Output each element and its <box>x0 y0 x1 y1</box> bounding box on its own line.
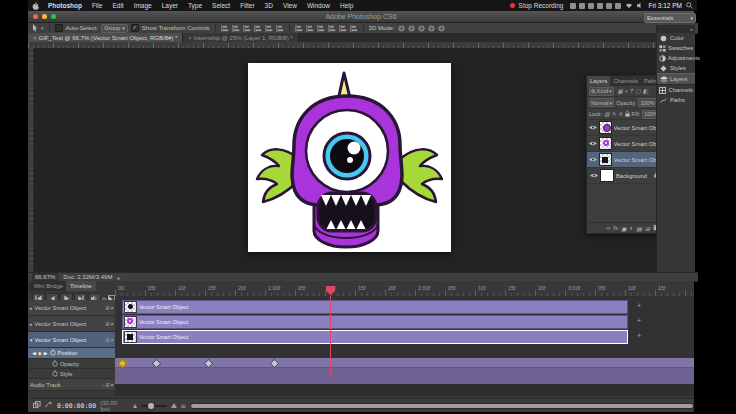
layer-mask-icon[interactable]: ▣ <box>621 225 627 232</box>
volume-icon[interactable] <box>637 2 644 9</box>
layer-row[interactable]: Vector Smart Object <box>587 152 661 168</box>
layer-visibility-eye-icon[interactable] <box>589 173 598 178</box>
filter-adjustment-icon[interactable]: ◐ <box>625 88 628 94</box>
add-media-icon[interactable]: ⊞ <box>105 305 110 311</box>
3d-rotate-icon[interactable] <box>398 25 405 32</box>
menu-view[interactable]: View <box>278 2 302 9</box>
disclosure-triangle-icon[interactable]: ▸ <box>30 321 33 327</box>
distribute-left-icon[interactable] <box>328 25 336 32</box>
blend-mode-dropdown[interactable]: Normal▾ <box>589 98 614 107</box>
wifi-icon[interactable] <box>625 2 633 9</box>
tab-channels[interactable]: Channels <box>610 76 641 86</box>
menu-edit[interactable]: Edit <box>107 2 128 9</box>
layer-thumbnail[interactable] <box>600 169 614 182</box>
tool-preset-chevron-icon[interactable]: ▾ <box>41 25 44 31</box>
add-to-track-icon[interactable]: + <box>634 317 644 324</box>
distribute-center-h-icon[interactable] <box>339 25 347 32</box>
apple-icon[interactable] <box>28 2 43 10</box>
close-icon[interactable]: × <box>188 35 192 41</box>
align-bottom-icon[interactable] <box>276 25 284 32</box>
menubar-status-icon[interactable] <box>588 3 594 9</box>
menu-help[interactable]: Help <box>335 2 358 9</box>
status-flyout-icon[interactable]: ▸ <box>117 274 120 281</box>
timeline-track-area[interactable]: Vector Smart Object+Vector Smart Object+… <box>115 296 694 397</box>
auto-select-dropdown[interactable]: Group▾ <box>101 24 128 33</box>
tab-layers[interactable]: Layers <box>587 76 610 86</box>
menu-layer[interactable]: Layer <box>157 2 183 9</box>
close-icon[interactable]: × <box>33 35 37 41</box>
dock-item-layers[interactable]: Layers <box>657 73 695 85</box>
zoom-level-field[interactable]: 66.67% <box>32 273 58 281</box>
layer-row[interactable]: Background <box>587 168 661 184</box>
keyframe-diamond[interactable] <box>204 359 214 369</box>
music-note-icon[interactable]: ♪ <box>101 382 104 388</box>
document-tab-inactive[interactable]: ×Internship @ 25% (Layer 1, RGB/8) * <box>183 33 298 42</box>
distribute-top-icon[interactable] <box>295 25 303 32</box>
3d-scale-icon[interactable] <box>438 25 445 32</box>
spotlight-search-icon[interactable] <box>686 2 693 9</box>
dock-item-color[interactable]: Color <box>657 33 695 43</box>
new-layer-icon[interactable]: ⊞ <box>645 225 650 232</box>
distribute-bottom-icon[interactable] <box>317 25 325 32</box>
document-tab-active[interactable]: ×GIF_Test @ 66.7% (Vector Smart Object, … <box>28 33 183 42</box>
convert-frame-animation-icon[interactable] <box>33 401 41 410</box>
panel-options-icon[interactable]: ⊞ <box>181 402 186 409</box>
record-dot-icon[interactable] <box>510 3 515 8</box>
layer-row[interactable]: Vector Smart Object <box>587 120 661 136</box>
align-left-icon[interactable] <box>221 25 229 32</box>
add-keyframe-icon[interactable]: ◆ <box>38 350 42 356</box>
filter-shape-icon[interactable]: ▢ <box>635 88 640 94</box>
chevron-down-icon[interactable]: ▾ <box>110 382 113 388</box>
keyframe-strip[interactable] <box>115 358 694 368</box>
layer-visibility-eye-icon[interactable] <box>589 141 597 146</box>
dock-item-adjustments[interactable]: Adjustments <box>657 53 695 63</box>
menu-image[interactable]: Image <box>129 2 157 9</box>
dock-item-channels[interactable]: Channels <box>657 85 695 95</box>
filter-smart-icon[interactable]: ◧ <box>643 88 648 94</box>
menu-photoshop[interactable]: Photoshop <box>43 2 87 9</box>
menu-filter[interactable]: Filter <box>235 2 259 9</box>
chevron-down-icon[interactable]: ▾ <box>110 321 113 327</box>
lock-pixels-icon[interactable]: ✎ <box>611 111 616 118</box>
keyframe-diamond[interactable] <box>152 359 162 369</box>
lock-transparent-icon[interactable]: ▨ <box>604 111 609 118</box>
menu-window[interactable]: Window <box>302 2 335 9</box>
timeline-track-header[interactable]: ▾Vector Smart Object⊞▾ <box>28 332 115 348</box>
dock-item-swatches[interactable]: Swatches <box>657 43 695 53</box>
stopwatch-icon[interactable] <box>50 349 56 357</box>
filter-pixel-icon[interactable]: ▦ <box>618 88 623 94</box>
dock-item-paths[interactable]: Paths <box>657 95 695 105</box>
filter-type-icon[interactable]: T <box>630 88 633 94</box>
tab-timeline[interactable]: Timeline <box>66 281 96 291</box>
disclosure-triangle-icon[interactable]: ▸ <box>30 305 33 311</box>
add-to-track-icon[interactable]: + <box>634 332 644 339</box>
add-to-track-icon[interactable]: + <box>634 302 644 309</box>
menubar-status-icon[interactable] <box>570 3 576 9</box>
layer-thumbnail[interactable] <box>599 137 612 150</box>
workspace-switcher[interactable]: Essentials▾ <box>644 13 696 23</box>
timeline-scrollbar[interactable] <box>190 403 694 409</box>
move-tool-icon[interactable] <box>32 24 38 32</box>
layer-group-icon[interactable]: ▤ <box>636 225 642 232</box>
menu-select[interactable]: Select <box>207 2 235 9</box>
add-media-icon[interactable]: ⊞ <box>105 321 110 327</box>
distribute-right-icon[interactable] <box>350 25 358 32</box>
add-media-icon[interactable]: ⊞ <box>105 382 110 388</box>
align-center-v-icon[interactable] <box>265 25 273 32</box>
filter-kind-dropdown[interactable]: Kind▾ <box>589 87 614 96</box>
add-media-icon[interactable]: ⊞ <box>105 337 110 343</box>
position-property-row[interactable]: ◀ ◆ ▶ Position <box>28 348 115 359</box>
menubar-clock[interactable]: Fri 3:12 PM <box>648 2 682 9</box>
3d-roll-icon[interactable] <box>408 25 415 32</box>
timeline-zoom-slider[interactable] <box>141 405 167 407</box>
link-layers-icon[interactable]: ∞ <box>606 225 610 231</box>
menubar-status-icon[interactable] <box>579 3 585 9</box>
auto-select-checkbox[interactable] <box>55 24 63 32</box>
menu-type[interactable]: Type <box>183 2 207 9</box>
keyframe-diamond[interactable] <box>270 359 280 369</box>
zoom-slider-handle[interactable] <box>148 403 154 409</box>
disclosure-triangle-icon[interactable]: ▾ <box>30 337 33 343</box>
keyframe-diamond[interactable] <box>118 359 128 369</box>
menu-file[interactable]: File <box>87 2 107 9</box>
opacity-property-row[interactable]: Opacity <box>28 359 115 369</box>
